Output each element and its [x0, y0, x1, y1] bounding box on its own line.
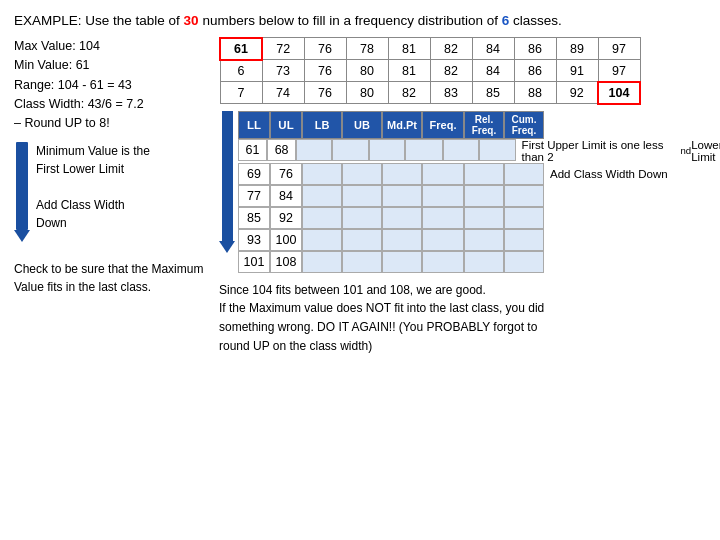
mdpt-header: Md.Pt	[382, 111, 422, 139]
arrow-head-icon	[14, 230, 30, 242]
freq-cell-1-2	[382, 163, 422, 185]
freq-cell-5-1	[342, 251, 382, 273]
range-label: Range:	[14, 78, 54, 92]
data-cell-1-8: 91	[556, 60, 598, 82]
ll-cell-0: 61	[238, 139, 267, 161]
cum-freq-header: Cum.Freq.	[504, 111, 544, 139]
ll-header: LL	[238, 111, 270, 139]
class-width-value: 43/6 = 7.2	[88, 97, 144, 111]
freq-cell-5-4	[464, 251, 504, 273]
freq-row-4: 93100	[238, 229, 720, 251]
data-cell-2-1: 74	[262, 82, 304, 104]
freq-cell-2-3	[422, 185, 464, 207]
ll-cell-5: 101	[238, 251, 270, 273]
data-cell-1-2: 76	[304, 60, 346, 82]
freq-cell-3-4	[464, 207, 504, 229]
freq-cell-4-2	[382, 229, 422, 251]
max-label: Max Value:	[14, 39, 76, 53]
range-value: 104 - 61 = 43	[58, 78, 132, 92]
annotation-row-5	[544, 251, 550, 273]
lb-header: LB	[302, 111, 342, 139]
freq-cell-1-0	[302, 163, 342, 185]
data-cell-0-5: 82	[430, 38, 472, 60]
freq-cell-4-0	[302, 229, 342, 251]
data-cell-2-4: 82	[388, 82, 430, 104]
freq-cell-1-5	[504, 163, 544, 185]
left-panel: Max Value: 104 Min Value: 61 Range: 104 …	[14, 37, 209, 355]
freq-arrow-head-icon	[219, 241, 235, 253]
freq-rows-container: 6168First Upper Limit is one less than 2…	[238, 139, 720, 273]
data-cell-0-0: 61	[220, 38, 262, 60]
footer-line1: Since 104 fits between 101 and 108, we a…	[219, 281, 720, 300]
range-row: Range: 104 - 61 = 43	[14, 76, 209, 95]
footer-line3: something wrong. DO IT AGAIN!! (You PROB…	[219, 318, 720, 337]
freq-cell-0-4	[443, 139, 479, 161]
ul-cell-5: 108	[270, 251, 302, 273]
data-cell-1-5: 82	[430, 60, 472, 82]
freq-cell-3-1	[342, 207, 382, 229]
freq-cell-0-2	[369, 139, 405, 161]
data-cell-2-6: 85	[472, 82, 514, 104]
ll-cell-2: 77	[238, 185, 270, 207]
freq-cell-4-4	[464, 229, 504, 251]
data-cell-2-3: 80	[346, 82, 388, 104]
data-cell-0-9: 97	[598, 38, 640, 60]
freq-cell-5-5	[504, 251, 544, 273]
data-cell-0-7: 86	[514, 38, 556, 60]
freq-row-2: 7784	[238, 185, 720, 207]
data-cell-2-2: 76	[304, 82, 346, 104]
freq-cell-2-5	[504, 185, 544, 207]
min-value-row: Min Value: 61	[14, 56, 209, 75]
min-value: 61	[76, 58, 90, 72]
stats-section: Max Value: 104 Min Value: 61 Range: 104 …	[14, 37, 209, 134]
freq-cell-1-4	[464, 163, 504, 185]
ub-header: UB	[342, 111, 382, 139]
footer-line4: round UP on the class width)	[219, 337, 720, 356]
add-class-width-note: Add Class Width Down	[36, 196, 150, 232]
check-note: Check to be sure that the Maximum Value …	[14, 260, 209, 296]
main-layout: Max Value: 104 Min Value: 61 Range: 104 …	[14, 37, 706, 355]
freq-cell-3-3	[422, 207, 464, 229]
data-cell-2-7: 88	[514, 82, 556, 104]
data-cell-0-8: 89	[556, 38, 598, 60]
annotation-row-3	[544, 207, 550, 229]
freq-row-3: 8592	[238, 207, 720, 229]
freq-cell-0-0	[296, 139, 332, 161]
data-cell-2-0: 7	[220, 82, 262, 104]
freq-row-1: 6976Add Class Width Down	[238, 163, 720, 185]
freq-blue-down-arrow	[219, 111, 235, 253]
freq-arrow-shaft	[222, 111, 233, 241]
left-notes-text: Minimum Value is the First Lower Limit A…	[36, 142, 150, 232]
freq-header: Freq.	[422, 111, 464, 139]
freq-cell-2-4	[464, 185, 504, 207]
title-highlight-30: 30	[184, 13, 199, 28]
title-prefix: EXAMPLE: Use the table of	[14, 13, 184, 28]
data-cell-0-4: 81	[388, 38, 430, 60]
data-cell-1-0: 6	[220, 60, 262, 82]
title-middle: numbers below to fill in a frequency dis…	[199, 13, 502, 28]
freq-cell-3-5	[504, 207, 544, 229]
data-cell-1-4: 81	[388, 60, 430, 82]
round-note: – Round UP to 8!	[14, 114, 209, 133]
freq-cell-4-5	[504, 229, 544, 251]
data-cell-0-6: 84	[472, 38, 514, 60]
annotation-row-0: First Upper Limit is one less than 2nd L…	[516, 139, 720, 163]
arrow-shaft	[16, 142, 28, 230]
freq-cell-5-3	[422, 251, 464, 273]
data-cell-1-9: 97	[598, 60, 640, 82]
annotation-space-header	[544, 111, 720, 139]
data-cell-1-6: 84	[472, 60, 514, 82]
ul-cell-1: 76	[270, 163, 302, 185]
ll-cell-1: 69	[238, 163, 270, 185]
ul-cell-2: 84	[270, 185, 302, 207]
freq-cell-3-2	[382, 207, 422, 229]
min-label: Min Value:	[14, 58, 72, 72]
freq-cell-0-5	[479, 139, 515, 161]
page-title: EXAMPLE: Use the table of 30 numbers bel…	[14, 12, 706, 31]
ll-cell-4: 93	[238, 229, 270, 251]
blue-down-arrow	[14, 142, 30, 242]
freq-cell-4-3	[422, 229, 464, 251]
annotation-row-1: Add Class Width Down	[544, 163, 668, 185]
data-cell-1-1: 73	[262, 60, 304, 82]
freq-cell-5-2	[382, 251, 422, 273]
